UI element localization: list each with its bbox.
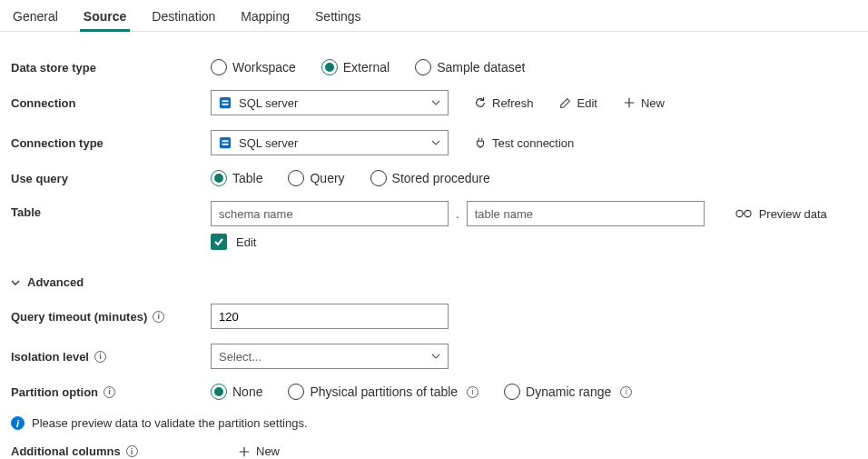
connection-value: SQL server	[239, 96, 424, 110]
partition-info-message: i Please preview data to validate the pa…	[11, 416, 857, 430]
svg-rect-3	[220, 137, 231, 148]
edit-connection-button[interactable]: Edit	[559, 96, 597, 110]
sql-server-icon	[219, 136, 232, 149]
add-column-button[interactable]: New	[238, 444, 280, 458]
label-use-query: Use query	[11, 172, 211, 185]
label-connection-type: Connection type	[11, 136, 211, 150]
label-table: Table	[11, 201, 211, 219]
label-partition-option: Partition option i	[11, 385, 211, 399]
radio-workspace[interactable]: Workspace	[211, 59, 296, 75]
radio-partition-dynamic[interactable]: Dynamic range i	[504, 384, 632, 400]
svg-rect-0	[220, 97, 231, 108]
sql-server-icon	[219, 96, 232, 109]
query-timeout-input-wrap	[211, 304, 449, 329]
refresh-button[interactable]: Refresh	[474, 96, 534, 110]
radio-partition-physical[interactable]: Physical partitions of table i	[288, 384, 478, 400]
chevron-down-icon	[11, 278, 20, 287]
radio-sample-dataset[interactable]: Sample dataset	[415, 59, 525, 75]
tab-general[interactable]: General	[11, 4, 60, 31]
schema-input-wrap	[211, 201, 449, 226]
radio-partition-none[interactable]: None	[211, 384, 262, 400]
label-isolation-level: Isolation level i	[11, 350, 211, 364]
info-icon[interactable]: i	[104, 386, 115, 398]
connection-type-select[interactable]: SQL server	[211, 130, 449, 155]
svg-rect-1	[222, 100, 229, 102]
label-data-store-type: Data store type	[11, 61, 211, 75]
svg-rect-5	[222, 144, 229, 145]
tab-bar: General Source Destination Mapping Setti…	[0, 0, 868, 32]
table-dot: .	[454, 207, 461, 221]
tab-mapping[interactable]: Mapping	[239, 4, 291, 31]
pencil-icon	[559, 96, 572, 109]
plus-icon	[623, 96, 636, 109]
schema-input[interactable]	[219, 207, 440, 221]
edit-checkbox-label: Edit	[236, 235, 256, 249]
info-icon[interactable]: i	[620, 386, 632, 398]
info-icon[interactable]: i	[94, 351, 106, 363]
radio-stored-procedure[interactable]: Stored procedure	[370, 170, 490, 186]
tab-settings[interactable]: Settings	[313, 4, 363, 31]
label-query-timeout: Query timeout (minutes) i	[11, 310, 211, 324]
chevron-down-icon	[431, 98, 440, 107]
info-icon[interactable]: i	[126, 445, 138, 457]
chevron-down-icon	[431, 352, 440, 361]
radio-table[interactable]: Table	[211, 170, 262, 186]
radio-external[interactable]: External	[321, 59, 390, 75]
new-connection-button[interactable]: New	[623, 96, 665, 110]
svg-point-7	[745, 210, 751, 216]
info-icon-filled: i	[11, 416, 25, 430]
refresh-icon	[474, 96, 487, 109]
svg-rect-4	[222, 140, 229, 142]
query-timeout-input[interactable]	[219, 310, 440, 324]
label-connection: Connection	[11, 96, 211, 110]
tab-destination[interactable]: Destination	[150, 4, 217, 31]
info-icon[interactable]: i	[153, 311, 164, 323]
test-connection-button[interactable]: Test connection	[474, 136, 574, 150]
info-icon[interactable]: i	[467, 386, 478, 398]
plus-icon	[238, 445, 251, 458]
table-input-wrap	[467, 201, 705, 226]
connection-type-value: SQL server	[239, 136, 424, 150]
tab-source[interactable]: Source	[82, 4, 128, 31]
advanced-toggle[interactable]: Advanced	[11, 275, 857, 289]
label-additional-columns: Additional columns i	[11, 444, 211, 458]
radio-query[interactable]: Query	[288, 170, 344, 186]
connection-select[interactable]: SQL server	[211, 90, 449, 115]
table-input[interactable]	[475, 207, 696, 221]
isolation-level-select[interactable]: Select...	[211, 344, 449, 369]
chevron-down-icon	[431, 138, 440, 147]
svg-rect-2	[222, 104, 229, 105]
svg-point-6	[736, 210, 743, 216]
glasses-icon	[735, 208, 752, 219]
edit-checkbox[interactable]	[211, 234, 227, 250]
plug-icon	[474, 136, 487, 149]
preview-data-button[interactable]: Preview data	[735, 207, 827, 221]
